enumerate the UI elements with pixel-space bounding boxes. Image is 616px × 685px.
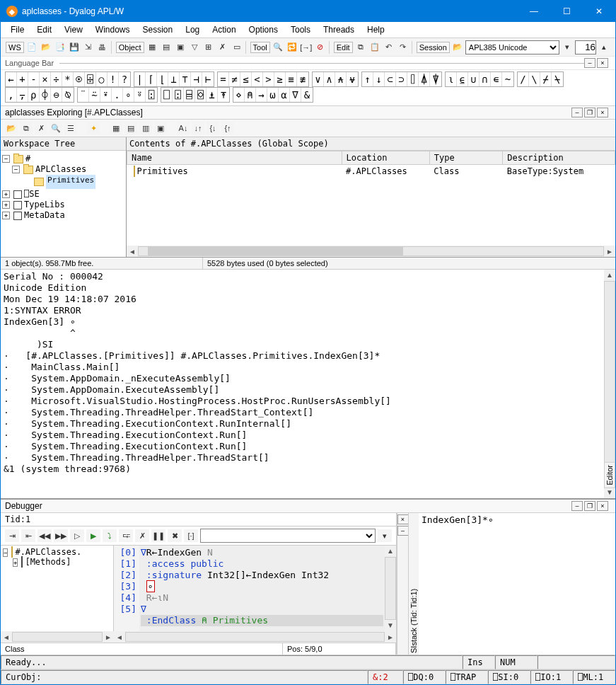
redo-icon[interactable]: ↷	[397, 41, 409, 54]
col-location[interactable]: Location	[342, 151, 429, 165]
glyph-button[interactable]: ⍲	[335, 72, 347, 86]
menu-options[interactable]: Options	[243, 23, 284, 36]
scroll-down-icon[interactable]: ▼	[604, 487, 615, 498]
dbg-stepinto-icon[interactable]: ⤵	[103, 529, 117, 542]
dbg-stepover-icon[interactable]: ⮓	[119, 529, 133, 542]
glyph-button[interactable]: +	[17, 72, 28, 86]
glyph-button[interactable]: ⌷	[407, 72, 419, 86]
font-dropdown-icon[interactable]: ▾	[561, 41, 574, 54]
scroll-up-icon[interactable]: ▲	[604, 270, 615, 281]
glyph-button[interactable]: ⍒	[430, 72, 441, 86]
exp-view3-icon[interactable]: ▥	[139, 122, 152, 134]
tree-expand-icon[interactable]: +	[2, 212, 10, 219]
obj-tree-icon[interactable]: ▣	[174, 41, 187, 54]
obj-delete-icon[interactable]: ✗	[216, 41, 229, 54]
langbar-close-icon[interactable]: ×	[597, 58, 608, 68]
tree-item-se[interactable]: ⎕SE	[24, 189, 40, 200]
glyph-button[interactable]: ⊂	[385, 72, 396, 86]
editor-tab[interactable]: Editor	[604, 462, 615, 488]
obj-props-icon[interactable]: ▭	[231, 41, 243, 54]
langbar-collapse-icon[interactable]: –	[584, 58, 595, 68]
glyph-button[interactable]: ⊤	[180, 72, 191, 86]
dbg-tree-methods[interactable]: [Methods]	[25, 557, 71, 567]
debugger-combo[interactable]	[200, 529, 376, 543]
glyph-button[interactable]: ≥	[274, 72, 286, 86]
menu-action[interactable]: Action	[207, 23, 241, 36]
glyph-button[interactable]: ⍎	[207, 88, 218, 102]
font-size-spin-icon[interactable]: ▴	[598, 41, 610, 54]
glyph-button[interactable]: ⊖	[51, 88, 62, 102]
font-size-field[interactable]	[575, 40, 596, 54]
glyph-button[interactable]: ⍷	[457, 72, 468, 86]
glyph-button[interactable]: ⌽	[40, 88, 51, 102]
dbg-dropdown-icon[interactable]: ▾	[378, 529, 392, 542]
tree-item-root[interactable]: #	[25, 154, 30, 164]
exp-view1-icon[interactable]: ▦	[110, 122, 122, 134]
glyph-button[interactable]: ⊢	[202, 72, 214, 86]
goto-icon[interactable]: [→]	[300, 41, 313, 54]
glyph-button[interactable]: ⍟	[74, 72, 85, 86]
glyph-button[interactable]: |	[134, 72, 146, 86]
exp-view2-icon[interactable]: ▤	[124, 122, 137, 134]
glyph-button[interactable]: ∘	[123, 88, 134, 102]
debugger-code[interactable]: [0][1][2][3][4][5] ∇R←IndexGen N :access…	[114, 546, 396, 631]
dbg-ffwd-icon[interactable]: ▶▶	[54, 529, 68, 542]
glyph-button[interactable]: ⍨	[89, 88, 100, 102]
tree-item-metadata[interactable]: MetaData	[24, 210, 65, 221]
menu-view[interactable]: View	[59, 23, 88, 36]
menu-threads[interactable]: Threads	[318, 23, 360, 36]
paste-icon[interactable]: 📋	[368, 41, 381, 54]
explorer-restore-icon[interactable]: ❐	[584, 108, 595, 117]
menu-log[interactable]: Log	[180, 23, 205, 36]
glyph-button[interactable]: ⌹	[85, 72, 96, 86]
glyph-button[interactable]: ¨	[78, 88, 89, 102]
tree-collapse-icon[interactable]: −	[12, 166, 20, 173]
dbg-continue-icon[interactable]: ▶	[86, 529, 100, 542]
glyph-button[interactable]: ⍕	[218, 88, 229, 102]
glyph-button[interactable]: *	[62, 72, 74, 86]
exp-sort4-icon[interactable]: {↑	[221, 122, 234, 134]
glyph-button[interactable]: ~	[502, 72, 513, 86]
glyph-button[interactable]: ∧	[324, 72, 335, 86]
glyph-button[interactable]: ⍴	[28, 88, 40, 102]
dbg-run-icon[interactable]: ⇥	[5, 529, 19, 542]
glyph-button[interactable]: >	[263, 72, 274, 86]
glyph-button[interactable]: ⍳	[446, 72, 457, 86]
sistack-close-icon[interactable]: ×	[397, 514, 409, 524]
glyph-button[interactable]: ,	[6, 88, 17, 102]
glyph-button[interactable]: ⍱	[347, 72, 358, 86]
stop-icon[interactable]: ⊘	[314, 41, 327, 54]
tree-collapse-icon[interactable]: −	[3, 548, 8, 557]
contents-hscroll[interactable]: ◄ ►	[127, 246, 615, 257]
glyph-button[interactable]: <	[252, 72, 263, 86]
sistack-body[interactable]: IndexGen[3]*∘	[419, 513, 615, 655]
tree-item-primitives[interactable]: Primitives	[46, 175, 95, 189]
obj-table-icon[interactable]: ⊞	[202, 41, 215, 54]
session-output[interactable]: Serial No : 000042 Unicode Edition Mon D…	[1, 270, 604, 498]
export-icon[interactable]: ⇲	[82, 41, 95, 54]
glyph-button[interactable]: ?	[119, 72, 130, 86]
print-icon[interactable]: 🖶	[96, 41, 109, 54]
dbg-watch-icon[interactable]: [·]	[184, 529, 198, 542]
tree-item-typelibs[interactable]: TypeLibs	[24, 200, 65, 210]
glyph-button[interactable]: ⌊	[157, 72, 168, 86]
copy-icon[interactable]: ⧉	[354, 41, 367, 54]
exp-props-icon[interactable]: ☰	[64, 122, 77, 134]
dbg-stop-icon[interactable]: ✗	[135, 529, 149, 542]
glyph-button[interactable]: ≤	[240, 72, 252, 86]
menu-file[interactable]: File	[5, 23, 30, 36]
dbg-break-icon[interactable]: ✖	[168, 529, 182, 542]
glyph-button[interactable]: ○	[96, 72, 107, 86]
tree-collapse-icon[interactable]: −	[2, 155, 10, 163]
glyph-button[interactable]: ⌿	[540, 72, 552, 86]
exp-copy-icon[interactable]: ⧉	[20, 122, 33, 134]
glyph-button[interactable]: ×	[40, 72, 51, 86]
table-row[interactable]: Primitives #.APLClasses Class BaseType:S…	[127, 165, 615, 178]
debugger-code-vscroll[interactable]: ▲▼	[385, 546, 396, 631]
glyph-button[interactable]: ⍝	[245, 88, 256, 102]
debugger-min-icon[interactable]: –	[571, 501, 583, 511]
glyph-button[interactable]: &	[301, 88, 313, 102]
menu-tools[interactable]: Tools	[285, 23, 316, 36]
menu-session[interactable]: Session	[137, 23, 179, 36]
session-open-icon[interactable]: 📂	[451, 41, 464, 54]
